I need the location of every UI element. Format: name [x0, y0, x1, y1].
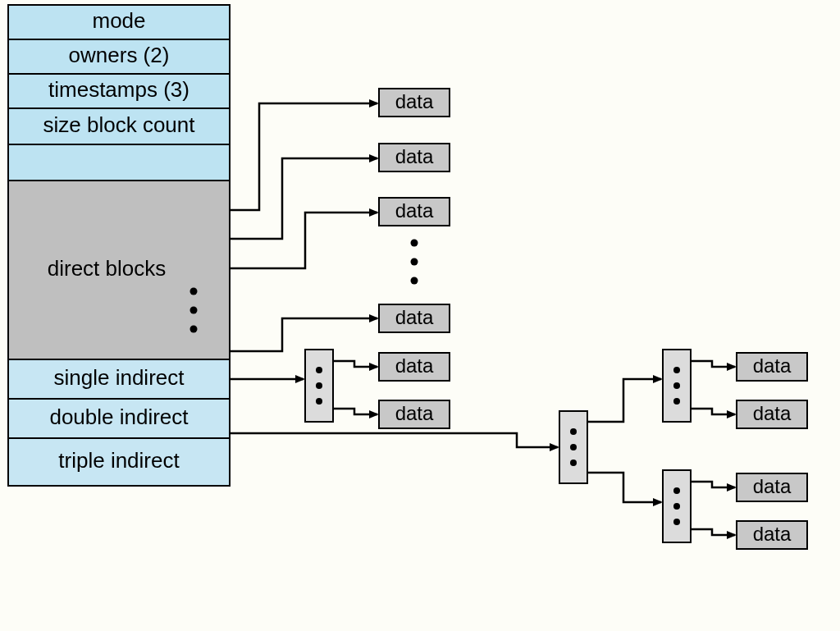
ellipsis-dot	[411, 277, 418, 285]
svg-point-26	[570, 428, 577, 435]
ellipsis-dot	[190, 288, 198, 295]
data-block: data	[737, 353, 807, 381]
index-block-double-l2	[663, 470, 691, 542]
svg-point-36	[673, 519, 680, 525]
svg-text:data: data	[753, 523, 792, 545]
svg-point-27	[570, 444, 577, 450]
ellipsis-dot	[411, 240, 418, 247]
double-indirect-label: double indirect	[49, 405, 189, 429]
data-block: data	[379, 198, 450, 226]
svg-point-31	[673, 382, 680, 389]
svg-text:data: data	[395, 354, 434, 377]
data-block: data	[737, 473, 807, 501]
svg-point-28	[570, 460, 577, 466]
data-block: data	[737, 521, 807, 549]
index-block-double-l2	[663, 350, 691, 422]
svg-point-32	[673, 398, 680, 405]
svg-point-20	[316, 398, 322, 405]
inode-field-owners: owners (2)	[69, 43, 170, 67]
ellipsis-dot	[190, 307, 198, 314]
ellipsis-dot	[190, 326, 198, 333]
direct-blocks-label: direct blocks	[48, 256, 167, 281]
svg-point-19	[316, 382, 322, 389]
data-block: data	[379, 89, 450, 117]
svg-text:data: data	[753, 402, 792, 424]
data-block: data	[737, 400, 807, 428]
single-indirect-label: single indirect	[54, 365, 185, 390]
ellipsis-dot	[411, 258, 418, 266]
index-block-single	[305, 350, 333, 422]
inode-field-size: size block count	[43, 112, 196, 137]
data-block: data	[379, 144, 450, 171]
svg-text:data: data	[395, 145, 434, 167]
svg-point-34	[673, 487, 680, 494]
inode-field-mode: mode	[92, 8, 145, 33]
data-block: data	[379, 400, 450, 428]
data-block: data	[379, 304, 450, 332]
svg-text:data: data	[395, 90, 434, 112]
inode-field-timestamps: timestamps (3)	[48, 77, 189, 102]
svg-point-35	[673, 503, 680, 510]
svg-text:data: data	[753, 475, 792, 497]
triple-indirect-label: triple indirect	[58, 448, 180, 473]
data-block: data	[379, 353, 450, 381]
svg-rect-4	[8, 144, 230, 181]
svg-point-30	[673, 367, 680, 373]
svg-point-18	[316, 367, 322, 373]
svg-text:data: data	[395, 306, 434, 328]
svg-text:data: data	[753, 354, 792, 377]
svg-text:data: data	[395, 402, 434, 424]
svg-text:data: data	[395, 199, 434, 222]
index-block-double-l1	[559, 411, 587, 483]
